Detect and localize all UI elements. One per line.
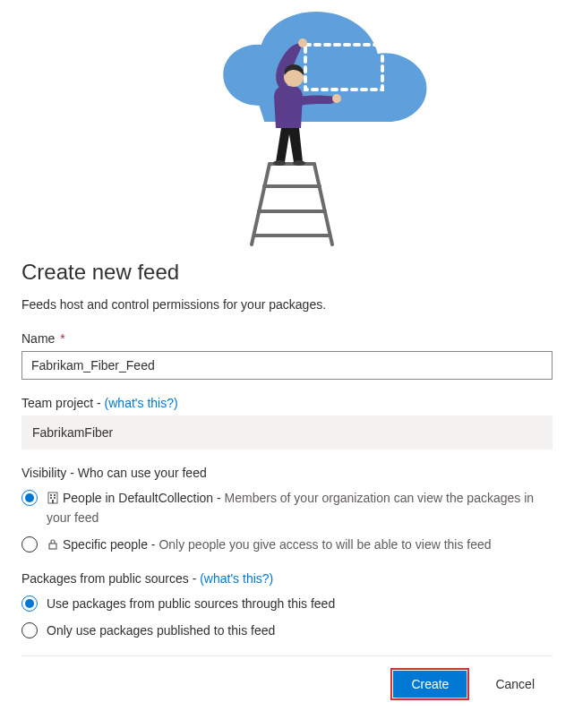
public-sources-label: Packages from public sources - (what's t…	[21, 571, 553, 586]
name-label-text: Name	[21, 331, 55, 346]
visibility-group: Visibility - Who can use your feed Peopl…	[21, 466, 553, 555]
svg-rect-13	[50, 494, 52, 496]
svg-point-11	[293, 160, 305, 166]
cancel-button[interactable]: Cancel	[477, 671, 553, 698]
svg-rect-14	[54, 494, 56, 496]
public-sources-label-text: Packages from public sources -	[21, 571, 200, 586]
page-subheading: Feeds host and control permissions for y…	[21, 297, 553, 312]
team-project-value: FabrikamFiber	[21, 415, 553, 450]
public-sources-option-1-label: Only use packages published to this feed	[47, 621, 553, 639]
public-sources-option-0-label: Use packages from public sources through…	[47, 595, 553, 612]
organization-icon	[47, 491, 59, 509]
team-project-hint-link[interactable]: (what's this?)	[105, 396, 178, 410]
svg-point-7	[298, 39, 307, 47]
lock-icon	[47, 537, 59, 555]
svg-rect-15	[50, 497, 52, 499]
team-project-label-text: Team project -	[21, 396, 105, 410]
divider	[21, 655, 553, 656]
required-indicator: *	[60, 331, 64, 346]
page-title: Create new feed	[21, 260, 553, 285]
name-field-group: Name *	[21, 331, 553, 380]
svg-line-2	[314, 164, 332, 244]
svg-point-8	[332, 94, 341, 103]
svg-rect-18	[49, 544, 56, 549]
visibility-option-0-title: People in DefaultCollection -	[63, 491, 225, 505]
svg-rect-16	[54, 497, 56, 499]
name-input[interactable]	[21, 351, 553, 380]
name-label: Name *	[21, 331, 553, 346]
visibility-option-1-title: Specific people -	[63, 537, 158, 552]
radio-icon	[21, 595, 38, 612]
cloud-person-illustration	[140, 7, 435, 249]
public-sources-option-only[interactable]: Only use packages published to this feed	[21, 621, 553, 639]
visibility-option-specific[interactable]: Specific people - Only people you give a…	[21, 535, 553, 555]
public-sources-group: Packages from public sources - (what's t…	[21, 571, 553, 639]
radio-icon	[21, 622, 38, 638]
svg-rect-17	[52, 500, 54, 503]
public-sources-hint-link[interactable]: (what's this?)	[200, 571, 273, 586]
radio-icon	[21, 536, 38, 552]
dialog-buttons: Create Cancel	[21, 671, 553, 698]
svg-point-10	[273, 160, 286, 166]
visibility-option-collection[interactable]: People in DefaultCollection - Members of…	[21, 489, 553, 527]
public-sources-option-use[interactable]: Use packages from public sources through…	[21, 595, 553, 612]
radio-icon	[21, 490, 38, 506]
create-button[interactable]: Create	[393, 671, 467, 698]
visibility-option-1-desc: Only people you give access to will be a…	[158, 537, 491, 552]
hero-illustration	[21, 0, 553, 249]
visibility-label: Visibility - Who can use your feed	[21, 466, 553, 480]
team-project-label: Team project - (what's this?)	[21, 396, 553, 410]
team-project-group: Team project - (what's this?) FabrikamFi…	[21, 396, 553, 450]
svg-line-1	[252, 164, 270, 244]
